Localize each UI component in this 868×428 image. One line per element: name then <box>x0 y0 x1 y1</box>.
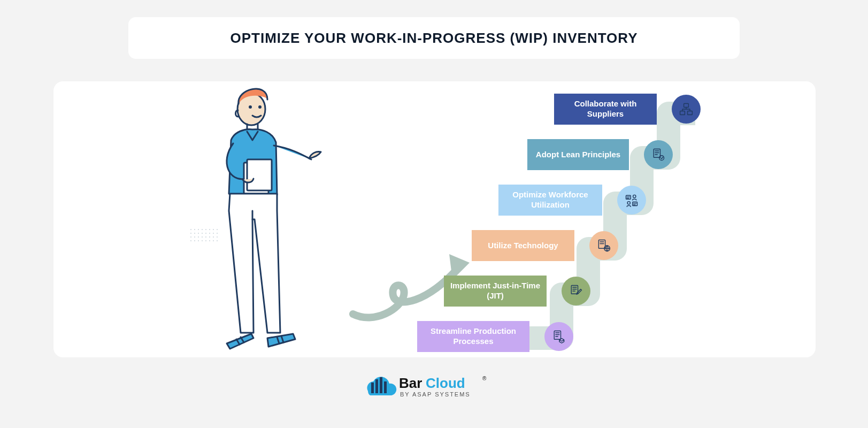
step-jit: Implement Just-in-Time (JIT) <box>444 276 590 307</box>
svg-point-14 <box>659 156 664 160</box>
title-box: OPTIMIZE YOUR WORK-IN-PROGRESS (WIP) INV… <box>128 17 740 59</box>
doc-cube-icon <box>544 322 573 351</box>
svg-text:®: ® <box>482 376 487 381</box>
step-lean-label: Adopt Lean Principles <box>527 139 629 170</box>
step-lean: Adopt Lean Principles <box>527 139 673 170</box>
svg-rect-9 <box>626 195 631 199</box>
barcloud-logo: Bar Cloud ® BY ASAP SYSTEMS <box>364 372 503 404</box>
step-technology: Utilize Technology <box>472 230 618 261</box>
svg-point-10 <box>633 195 636 197</box>
doc-pencil-icon <box>562 277 590 305</box>
logo-word-cloud: Cloud <box>426 375 465 391</box>
person-illustration <box>187 82 326 355</box>
step-collaborate-label: Collaborate with Suppliers <box>554 94 657 125</box>
step-streamline: Streamline Production Processes <box>417 321 573 352</box>
svg-rect-15 <box>684 104 689 108</box>
page-title: OPTIMIZE YOUR WORK-IN-PROGRESS (WIP) INV… <box>231 30 638 47</box>
network-icon <box>672 95 701 124</box>
step-jit-label: Implement Just-in-Time (JIT) <box>444 276 547 307</box>
step-streamline-label: Streamline Production Processes <box>417 321 529 352</box>
svg-text:Bar: Bar <box>399 375 422 391</box>
svg-rect-13 <box>654 149 660 158</box>
svg-rect-18 <box>371 383 374 393</box>
svg-rect-20 <box>380 377 382 393</box>
svg-rect-21 <box>384 381 387 393</box>
svg-point-1 <box>250 106 251 108</box>
step-workforce-label: Optimize Workforce Utilization <box>498 185 602 216</box>
step-workforce: Optimize Workforce Utilization <box>498 185 646 216</box>
svg-rect-19 <box>375 379 378 393</box>
svg-rect-5 <box>554 331 560 340</box>
svg-rect-16 <box>680 111 685 115</box>
step-technology-label: Utilize Technology <box>472 230 574 261</box>
svg-point-11 <box>627 202 630 204</box>
svg-point-2 <box>259 106 261 108</box>
step-collaborate: Collaborate with Suppliers <box>554 94 701 125</box>
decorative-dots <box>190 229 212 242</box>
main-card: Streamline Production Processes Implemen… <box>53 81 816 357</box>
people-docs-icon <box>617 186 646 215</box>
svg-rect-4 <box>247 159 272 190</box>
doc-globe-icon <box>589 231 618 260</box>
doc-check-icon <box>644 140 673 169</box>
logo-byline: BY ASAP SYSTEMS <box>400 391 471 398</box>
svg-rect-12 <box>633 202 637 206</box>
svg-rect-17 <box>688 111 693 115</box>
